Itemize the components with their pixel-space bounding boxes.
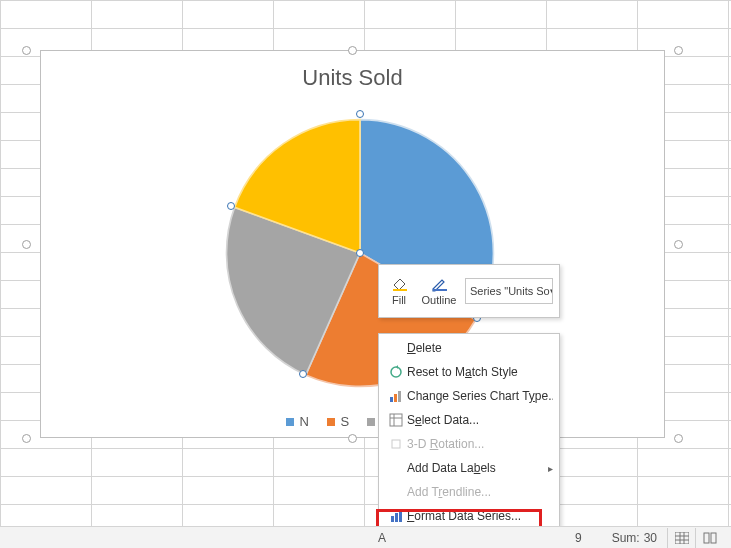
svg-rect-12	[399, 510, 402, 522]
svg-rect-11	[395, 513, 398, 522]
datapoint-handle	[227, 202, 235, 210]
svg-rect-18	[704, 533, 709, 543]
status-nine: 9	[575, 531, 582, 545]
ctx-rotation-label: 3-D Rotation...	[407, 437, 553, 451]
resize-handle[interactable]	[674, 434, 683, 443]
select-data-icon	[385, 413, 407, 427]
chart-title[interactable]: Units Sold	[41, 65, 664, 91]
pen-icon	[430, 276, 448, 292]
chart-type-icon	[385, 389, 407, 403]
resize-handle[interactable]	[674, 46, 683, 55]
series-selector-text: Series "Units So	[470, 285, 550, 297]
outline-button[interactable]: Outline	[419, 265, 459, 317]
svg-rect-9	[392, 440, 400, 448]
context-menu: Delete Reset to Match Style Change Serie…	[378, 333, 560, 531]
ctx-select-data-label: Select Data...	[407, 413, 553, 427]
page-layout-icon	[703, 532, 717, 544]
cube-icon	[385, 437, 407, 451]
svg-rect-0	[393, 289, 407, 291]
ctx-delete-label: Delete	[407, 341, 553, 355]
ctx-change-type-label: Change Series Chart Type...	[407, 389, 553, 403]
status-sum-label: Sum:	[612, 531, 640, 545]
ctx-3d-rotation: 3-D Rotation...	[379, 432, 559, 456]
svg-rect-6	[390, 414, 402, 426]
ctx-add-trendline: Add Trendline...	[379, 480, 559, 504]
legend-swatch-s	[327, 418, 335, 426]
datapoint-handle	[356, 249, 364, 257]
svg-rect-5	[398, 391, 401, 402]
resize-handle[interactable]	[674, 240, 683, 249]
view-normal-button[interactable]	[667, 528, 695, 548]
fill-button[interactable]: Fill	[379, 265, 419, 317]
legend-label-n: N	[300, 414, 309, 429]
ctx-select-data[interactable]: Select Data...	[379, 408, 559, 432]
chart-legend[interactable]: N S E W	[41, 413, 664, 429]
svg-rect-13	[675, 532, 689, 544]
svg-rect-3	[390, 397, 393, 402]
ctx-add-labels-label: Add Data Labels	[407, 461, 544, 475]
svg-point-2	[391, 367, 401, 377]
status-avg: A	[378, 531, 386, 545]
ctx-format-series-label: Format Data Series...	[407, 509, 553, 523]
legend-swatch-n	[286, 418, 294, 426]
resize-handle[interactable]	[22, 240, 31, 249]
fill-label: Fill	[392, 294, 406, 306]
resize-handle[interactable]	[348, 46, 357, 55]
ctx-trendline-label: Add Trendline...	[407, 485, 553, 499]
paint-bucket-icon	[390, 276, 408, 292]
chevron-down-icon: ▾	[550, 286, 553, 296]
view-buttons	[667, 528, 723, 548]
resize-handle[interactable]	[22, 434, 31, 443]
datapoint-handle	[299, 370, 307, 378]
series-selector-dropdown[interactable]: Series "Units So ▾	[465, 278, 553, 304]
ctx-format-data-series[interactable]: Format Data Series...	[379, 504, 559, 528]
grid-view-icon	[675, 532, 689, 544]
legend-label-s: S	[341, 414, 350, 429]
ctx-change-chart-type[interactable]: Change Series Chart Type...	[379, 384, 559, 408]
svg-rect-19	[711, 533, 716, 543]
mini-toolbar: Fill Outline Series "Units So ▾	[378, 264, 560, 318]
ctx-add-data-labels[interactable]: Add Data Labels ▸	[379, 456, 559, 480]
chart-object[interactable]: Units Sold N S E W	[40, 50, 665, 438]
svg-rect-4	[394, 394, 397, 402]
submenu-arrow-icon: ▸	[548, 463, 553, 474]
svg-rect-10	[391, 516, 394, 522]
reset-icon	[385, 365, 407, 379]
resize-handle[interactable]	[348, 434, 357, 443]
format-series-icon	[385, 509, 407, 523]
view-page-layout-button[interactable]	[695, 528, 723, 548]
outline-label: Outline	[422, 294, 457, 306]
ctx-reset-label: Reset to Match Style	[407, 365, 553, 379]
status-sum-value: 30	[644, 531, 657, 545]
ctx-delete[interactable]: Delete	[379, 336, 559, 360]
legend-swatch-e	[367, 418, 375, 426]
svg-rect-1	[433, 289, 447, 291]
ctx-reset-style[interactable]: Reset to Match Style	[379, 360, 559, 384]
status-bar: A 9 Sum: 30	[0, 526, 731, 548]
datapoint-handle	[356, 110, 364, 118]
resize-handle[interactable]	[22, 46, 31, 55]
